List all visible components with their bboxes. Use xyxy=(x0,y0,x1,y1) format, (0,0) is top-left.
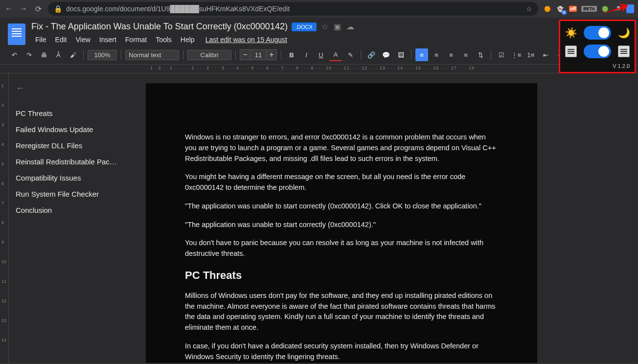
outline-item[interactable]: Failed Windows Update xyxy=(16,121,134,137)
sun-icon: ☀️ xyxy=(565,27,577,39)
align-center-button[interactable]: ≡ xyxy=(430,48,443,61)
ext-icon-3[interactable]: off xyxy=(569,4,577,13)
paragraph[interactable]: "The application was unable to start cor… xyxy=(185,220,498,230)
font-size-dec[interactable]: − xyxy=(240,49,251,60)
cloud-icon[interactable]: ☁ xyxy=(346,23,355,31)
paragraph-style[interactable] xyxy=(125,50,179,60)
zoom-input[interactable] xyxy=(88,50,117,60)
font-family[interactable] xyxy=(187,50,231,60)
indent-dec-button[interactable]: ⇤ xyxy=(539,48,552,61)
font-size-input[interactable] xyxy=(251,49,266,60)
align-justify-button[interactable]: ≡ xyxy=(459,48,472,61)
menu-file[interactable]: File xyxy=(31,34,50,46)
font-size-group: − + xyxy=(240,49,277,60)
bold-button[interactable]: B xyxy=(285,48,298,61)
beta-badge: BETA xyxy=(581,6,597,12)
paragraph[interactable]: Windows is no stranger to errors, and er… xyxy=(185,132,498,164)
url-bar[interactable]: 🔒 docs.google.com/document/d/1U9██████su… xyxy=(48,2,538,16)
paragraph[interactable]: You might be having a different message … xyxy=(185,172,498,193)
outline-item[interactable]: Conclusion xyxy=(16,202,134,218)
paint-format-button[interactable]: 🖌 xyxy=(67,48,79,61)
browser-chrome: ← → ⟳ 🔒 docs.google.com/document/d/1U9██… xyxy=(0,0,638,18)
star-doc-icon[interactable]: ☆ xyxy=(320,23,329,31)
line-spacing-button[interactable]: ⇅ xyxy=(474,48,487,61)
menu-edit[interactable]: Edit xyxy=(51,34,71,46)
url-text: docs.google.com/document/d/1U9██████suHF… xyxy=(66,5,290,13)
forward-button[interactable]: → xyxy=(19,4,28,14)
menu-tools[interactable]: Tools xyxy=(152,34,176,46)
lock-icon: 🔒 xyxy=(54,5,62,13)
align-right-button[interactable]: ≡ xyxy=(445,48,457,61)
outline-item[interactable]: Reregister DLL Files xyxy=(16,137,134,154)
checklist-button[interactable]: ☑ xyxy=(495,48,508,61)
print-button[interactable]: 🖶 xyxy=(37,48,50,61)
paragraph[interactable]: Millions of Windows users don't pay for … xyxy=(185,291,498,333)
outline-item[interactable]: PC Threats xyxy=(16,105,134,121)
docs-logo[interactable] xyxy=(8,23,25,45)
undo-button[interactable]: ↶ xyxy=(8,48,21,61)
docx-badge: .DOCX xyxy=(292,23,317,31)
outline-item[interactable]: Compatibility Issues xyxy=(16,170,134,186)
menu-bar: File Edit View Insert Format Tools Help … xyxy=(31,34,630,46)
menu-help[interactable]: Help xyxy=(177,34,199,46)
italic-button[interactable]: I xyxy=(300,48,313,61)
toolbar: ↶ ↷ 🖶 Ǎ 🖌 − + B I U A ✎ 🔗 💬 🖼 ≡ ≡ ≡ ≡ ⇅ … xyxy=(0,46,638,65)
move-doc-icon[interactable]: ▣ xyxy=(333,23,342,31)
heading[interactable]: PC Threats xyxy=(185,269,498,282)
doc-light-icon xyxy=(565,46,577,57)
menu-insert[interactable]: Insert xyxy=(95,34,120,46)
paragraph[interactable]: In case, if you don't have a dedicated s… xyxy=(185,341,498,363)
paragraph[interactable]: "The application was unable to start cor… xyxy=(185,201,498,212)
docs-header: Fix - The Application Was Unable To Star… xyxy=(0,18,638,46)
star-icon[interactable]: ☆ xyxy=(526,5,532,13)
document-canvas[interactable]: Windows is no stranger to errors, and er… xyxy=(141,73,638,363)
reload-button[interactable]: ⟳ xyxy=(33,4,43,14)
doc-dark-icon xyxy=(618,46,630,57)
last-edit-link[interactable]: Last edit was on 15 August xyxy=(205,36,287,44)
doc-theme-toggle[interactable] xyxy=(584,45,611,58)
bullet-list-button[interactable]: ⋮≡ xyxy=(510,48,523,61)
page[interactable]: Windows is no stranger to errors, and er… xyxy=(146,83,537,363)
doc-title[interactable]: Fix - The Application Was Unable To Star… xyxy=(31,22,288,32)
insert-image-button[interactable]: 🖼 xyxy=(394,48,407,61)
back-button[interactable]: ← xyxy=(4,4,14,14)
extension-popup: ☀️ 🌙 V 1.2.0 xyxy=(559,20,636,73)
moon-icon: 🌙 xyxy=(618,27,630,39)
ext-icon-1[interactable]: 🟠 xyxy=(543,4,552,13)
number-list-button[interactable]: 1≡ xyxy=(524,48,537,61)
insert-link-button[interactable]: 🔗 xyxy=(365,48,378,61)
menu-view[interactable]: View xyxy=(72,34,94,46)
ext-icon-2[interactable]: 👻0 xyxy=(556,4,565,13)
outline-back-icon[interactable]: ← xyxy=(16,83,134,93)
theme-toggle[interactable] xyxy=(584,26,611,40)
text-color-button[interactable]: A xyxy=(329,48,342,61)
font-size-inc[interactable]: + xyxy=(266,49,277,60)
vertical-ruler[interactable]: 1 2 3 4 5 6 7 8 9 10 11 12 13 14 xyxy=(0,73,9,363)
highlight-button[interactable]: ✎ xyxy=(344,48,357,61)
redo-button[interactable]: ↷ xyxy=(23,48,35,61)
extension-version: V 1.2.0 xyxy=(565,63,630,69)
document-outline: ← PC Threats Failed Windows Update Rereg… xyxy=(9,73,141,363)
outline-item[interactable]: Reinstall Redistributable Pac… xyxy=(16,154,134,170)
paragraph[interactable]: You don't have to panic because you can … xyxy=(185,238,498,259)
horizontal-ruler[interactable]: · 1 · 2 · · 1 · · · · · 1 · · · 2 · · · … xyxy=(0,65,638,73)
underline-button[interactable]: U xyxy=(315,48,327,61)
menu-format[interactable]: Format xyxy=(121,34,151,46)
comment-button[interactable]: 💬 xyxy=(380,48,392,61)
spellcheck-button[interactable]: Ǎ xyxy=(52,48,65,61)
outline-item[interactable]: Run System File Checker xyxy=(16,186,134,202)
align-left-button[interactable]: ≡ xyxy=(415,48,428,61)
